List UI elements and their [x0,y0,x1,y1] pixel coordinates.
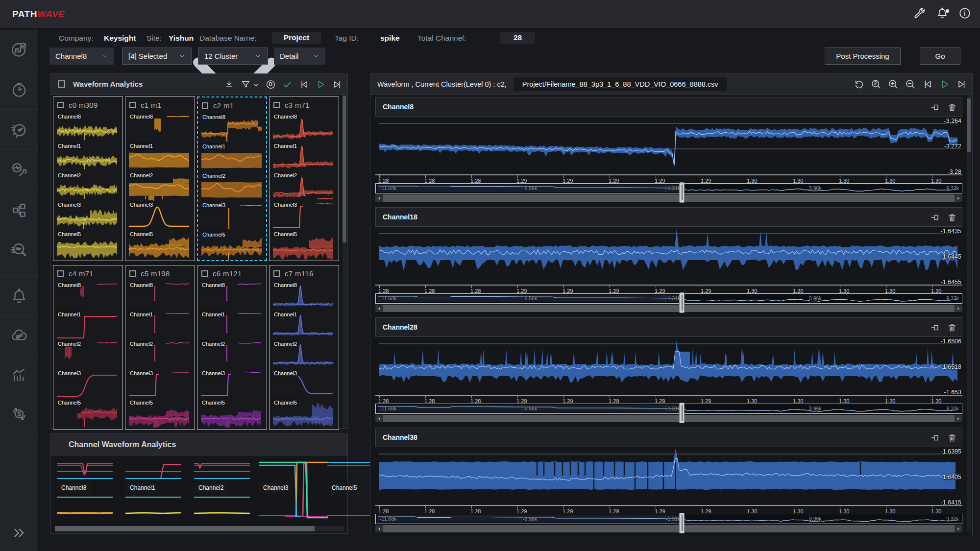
skip-back-icon[interactable] [299,79,309,90]
info-icon[interactable] [958,7,971,20]
scroll-left-arrow[interactable] [375,305,383,312]
zoom-out-icon[interactable] [905,79,916,90]
channel-thumbnail-channel3[interactable]: Channel3 [257,458,325,523]
overview-navigator[interactable]: -11.68k-6.58k-1.31k3.96k9.32k [375,183,962,193]
channel-label: Channel3 [128,201,154,208]
sidebar-item-diagnostics-wrench[interactable] [0,150,38,190]
zoom-history-2-icon[interactable]: 2 [871,79,882,90]
skip-forward-icon[interactable] [956,79,967,90]
overview-navigator[interactable]: -11.68k-6.58k-1.31k3.96k9.32k [375,514,962,524]
sidebar-item-bar-chart[interactable] [0,355,38,394]
channel-thumbnail-channel1[interactable]: Channel1 [123,458,192,523]
trash-icon[interactable] [947,323,957,333]
cluster-scrollbar[interactable] [343,96,346,428]
pin-icon[interactable] [931,433,940,443]
cluster-checkbox[interactable] [129,270,136,277]
sidebar-item-bell[interactable] [0,277,38,316]
dropdown--4-selected[interactable]: [4] Selected [122,48,192,65]
chart-h-scrollbar[interactable] [375,415,962,422]
trash-icon[interactable] [947,102,957,112]
cluster-scrollbar-thumb[interactable] [343,96,346,242]
chart-plot[interactable] [375,337,962,395]
cluster-card-c2[interactable]: c2 m1Channel8Channel1Channel2Channel3Cha… [197,96,267,261]
chart-h-scrollbar[interactable] [375,525,962,532]
letter-d-icon[interactable]: D [266,79,276,90]
download-icon[interactable] [224,79,234,90]
pin-icon[interactable] [931,213,940,222]
overview-navigator[interactable]: -11.68k-6.58k-1.31k3.96k9.32k [375,293,962,304]
trash-icon[interactable] [947,213,957,222]
range-slider-handle[interactable] [679,182,685,203]
channel-thumbnail-channel8[interactable]: Channel8 [55,458,123,523]
detail-scrollbar-thumb[interactable] [967,98,971,152]
cluster-checkbox[interactable] [273,102,280,108]
scroll-right-arrow[interactable] [955,305,962,312]
channel-label: Channel2 [272,340,298,347]
detail-scrollbar[interactable] [967,96,971,531]
cluster-channel-row: Channel8 [272,113,337,142]
sidebar-item-waveform-status[interactable] [0,29,38,70]
zoom-in-icon[interactable] [888,79,899,90]
thumbnails-scrollbar-thumb[interactable] [55,526,315,531]
scroll-right-arrow[interactable] [955,194,962,202]
dropdown-channel8[interactable]: Channel8 [49,48,114,65]
scroll-left-arrow[interactable] [375,415,383,422]
sidebar-item-cloud-gear[interactable] [0,316,38,355]
play-icon[interactable] [316,79,326,90]
scroll-right-arrow[interactable] [955,525,962,532]
cluster-checkbox[interactable] [202,102,208,109]
play-icon[interactable] [939,79,950,90]
file-name[interactable]: Project/Filename_88_3p3_1_6_88_VDD_VIO_0… [514,77,727,91]
post-processing-button[interactable]: Post Processing [825,48,901,65]
sidebar-item-timer[interactable] [0,70,38,110]
cluster-card-c0[interactable]: c0 m309Channel8Channel1Channel2Channel3C… [53,96,123,261]
bell-icon[interactable] [936,7,949,20]
skip-forward-icon[interactable] [332,79,343,90]
dropdown-12-cluster[interactable]: 12 Cluster [198,48,268,65]
cluster-checkbox[interactable] [273,270,280,277]
check-icon[interactable] [282,79,293,90]
range-slider-handle[interactable] [679,513,685,533]
dropdown-detail[interactable]: Detail [274,48,325,65]
undo-icon[interactable] [854,79,864,90]
pin-icon[interactable] [931,102,940,112]
cluster-checkbox[interactable] [129,102,136,108]
overview-navigator[interactable]: -11.68k-6.58k-1.31k3.96k9.32k [375,404,962,414]
cluster-channel-row: Channel1 [272,142,337,171]
sidebar-item-flowchart[interactable] [0,190,38,230]
go-button[interactable]: Go [920,48,960,65]
chart-plot[interactable] [375,447,962,505]
chart-plot[interactable] [375,227,962,285]
cluster-checkbox[interactable] [201,270,208,277]
scroll-left-arrow[interactable] [375,525,383,532]
chart-h-scrollbar[interactable] [375,305,962,312]
select-all-checkbox[interactable] [58,80,65,88]
skip-back-icon[interactable] [922,79,933,90]
scroll-left-arrow[interactable] [375,194,383,202]
trash-icon[interactable] [947,433,957,443]
wrench-icon[interactable] [913,7,926,20]
sidebar-item-waveform-search[interactable] [0,230,38,270]
double-chevron-right-icon[interactable] [12,526,26,540]
sidebar-item-gauge-gear[interactable] [0,110,38,150]
caret-down-icon[interactable] [253,81,259,88]
chart-plot[interactable] [375,117,962,174]
filter-icon[interactable] [241,79,251,90]
thumbnails-scrollbar[interactable] [55,526,343,531]
cluster-checkbox[interactable] [57,270,64,277]
cluster-checkbox[interactable] [57,102,64,108]
cluster-card-c5[interactable]: c5 m198Channel8Channel1Channel2Channel3C… [125,265,195,430]
pin-icon[interactable] [931,323,940,333]
sidebar-item-currency-sync[interactable]: $ [0,394,38,433]
cluster-card-c6[interactable]: c6 m121Channel8Channel1Channel2Channel3C… [197,265,267,430]
cluster-card-c3[interactable]: c3 m71Channel8Channel1Channel2Channel3Ch… [269,96,339,261]
channel-thumbnail-channel2[interactable]: Channel2 [192,458,261,523]
range-slider-handle[interactable] [679,292,685,313]
channel-label: Channel8 [128,113,154,120]
cluster-card-c1[interactable]: c1 m1Channel8Channel1Channel2Channel3Cha… [125,96,195,261]
chart-h-scrollbar[interactable] [375,194,962,202]
cluster-card-c4[interactable]: c4 m71Channel8Channel1Channel2Channel3Ch… [53,265,123,430]
scroll-right-arrow[interactable] [955,415,962,422]
range-slider-handle[interactable] [679,403,685,423]
cluster-card-c7[interactable]: c7 m116Channel8Channel1Channel2Channel3C… [269,265,339,430]
